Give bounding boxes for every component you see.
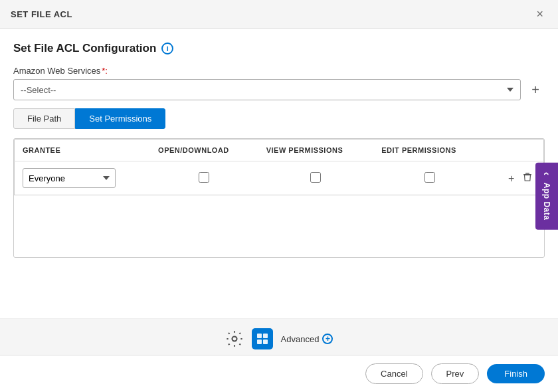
- close-button[interactable]: ×: [532, 7, 547, 21]
- svg-point-2: [232, 337, 236, 342]
- modal-title: SET FILE ACL: [11, 9, 72, 19]
- view-permissions-cell: [258, 161, 374, 195]
- tab-set-permissions[interactable]: Set Permissions: [75, 108, 165, 129]
- row-add-button[interactable]: +: [506, 171, 517, 186]
- aws-select[interactable]: --Select--: [13, 79, 521, 100]
- modal-body: Set File ACL Configuration i Amazon Web …: [0, 29, 558, 313]
- edit-permissions-cell: [373, 161, 486, 195]
- info-icon[interactable]: i: [161, 43, 173, 54]
- table-header-row: GRANTEE OPEN/DOWNLOAD VIEW PERMISSIONS E…: [15, 140, 544, 161]
- col-edit-permissions: EDIT PERMISSIONS: [373, 140, 486, 161]
- aws-select-row: --Select-- +: [13, 79, 545, 100]
- footer-actions: Cancel Prev Finish: [0, 355, 558, 392]
- svg-rect-6: [263, 340, 268, 344]
- app-data-tab[interactable]: ‹ App Data: [535, 163, 558, 230]
- modal-container: SET FILE ACL × Set File ACL Configuratio…: [0, 0, 558, 392]
- advanced-plus-icon[interactable]: +: [322, 334, 333, 344]
- section-title-row: Set File ACL Configuration i: [13, 42, 545, 55]
- grantee-cell: Everyone Owner AuthUsers Custom: [15, 161, 151, 195]
- col-actions: [486, 140, 543, 161]
- finish-button[interactable]: Finish: [487, 364, 545, 383]
- aws-field-row: Amazon Web Services*: --Select-- +: [13, 66, 545, 100]
- prev-button[interactable]: Prev: [431, 363, 480, 384]
- advanced-label[interactable]: Advanced +: [281, 334, 333, 344]
- modal-header: SET FILE ACL ×: [0, 0, 558, 29]
- permissions-table-wrapper: GRANTEE OPEN/DOWNLOAD VIEW PERMISSIONS E…: [13, 138, 545, 258]
- aws-field-label: Amazon Web Services*:: [13, 66, 545, 76]
- open-download-cell: [150, 161, 258, 195]
- col-grantee: GRANTEE: [15, 140, 151, 161]
- svg-rect-5: [257, 340, 262, 344]
- svg-rect-1: [525, 173, 529, 174]
- grantee-select[interactable]: Everyone Owner AuthUsers Custom: [23, 168, 116, 188]
- view-permissions-checkbox[interactable]: [310, 172, 321, 183]
- col-open-download: OPEN/DOWNLOAD: [150, 140, 258, 161]
- open-download-checkbox[interactable]: [199, 172, 209, 183]
- aws-add-button[interactable]: +: [526, 80, 545, 99]
- app-data-label: App Data: [542, 183, 551, 221]
- table-row: Everyone Owner AuthUsers Custom: [15, 161, 544, 195]
- section-title-text: Set File ACL Configuration: [13, 42, 156, 55]
- col-view-permissions: VIEW PERMISSIONS: [258, 140, 374, 161]
- gear-icon[interactable]: [225, 330, 244, 348]
- cancel-button[interactable]: Cancel: [365, 363, 422, 384]
- permissions-table: GRANTEE OPEN/DOWNLOAD VIEW PERMISSIONS E…: [14, 139, 544, 195]
- svg-rect-3: [257, 334, 262, 338]
- row-delete-button[interactable]: [519, 170, 535, 186]
- app-data-chevron: ‹: [541, 172, 553, 176]
- advanced-footer: Advanced +: [0, 318, 558, 355]
- edit-permissions-checkbox[interactable]: [424, 172, 435, 183]
- app-icon[interactable]: [252, 328, 273, 349]
- tabs-row: File Path Set Permissions: [13, 108, 545, 129]
- tab-file-path[interactable]: File Path: [13, 108, 75, 129]
- svg-rect-4: [263, 334, 268, 338]
